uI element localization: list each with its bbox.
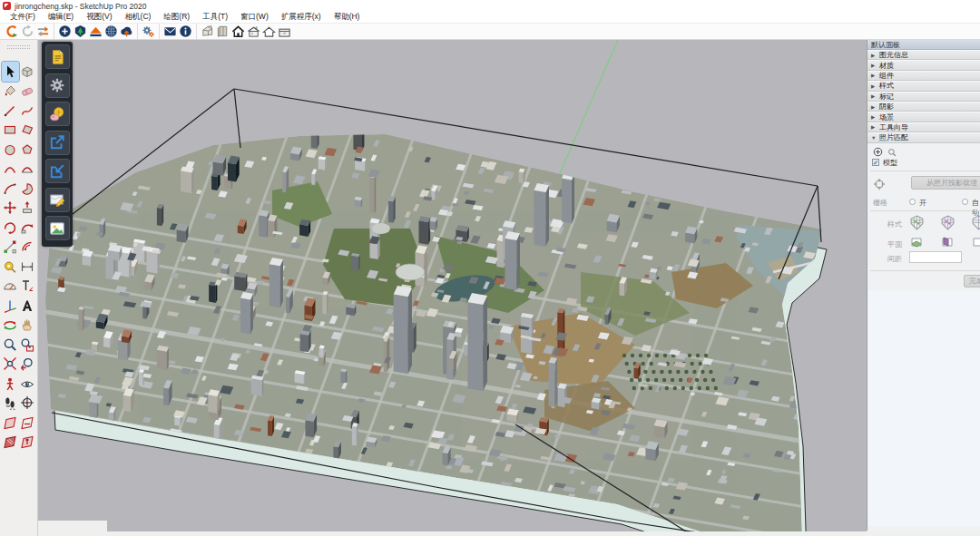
scale-tool[interactable] xyxy=(2,238,19,258)
rotated-rectangle-tool[interactable] xyxy=(19,121,36,141)
menu-item-5[interactable]: 绘图(R) xyxy=(157,12,196,23)
rectangle-tool[interactable] xyxy=(2,121,19,141)
coins-icon[interactable] xyxy=(45,102,70,126)
import-icon[interactable] xyxy=(45,159,70,183)
tray-header[interactable]: 默认面板 xyxy=(867,40,980,50)
spacing-input[interactable] xyxy=(909,251,962,263)
text-tool[interactable] xyxy=(19,277,36,297)
grid-auto-radio[interactable] xyxy=(962,199,968,205)
line-tool[interactable] xyxy=(2,101,19,121)
arc-tool[interactable] xyxy=(19,160,36,180)
wireframe-globe-icon[interactable] xyxy=(103,24,119,39)
model-viewport-scene[interactable] xyxy=(38,40,867,536)
section-fill-tool[interactable] xyxy=(2,433,19,453)
menu-item-1[interactable]: 文件(F) xyxy=(4,12,42,23)
tray-section-7[interactable]: ▶场景 xyxy=(867,112,980,122)
city-model[interactable] xyxy=(42,122,826,536)
tray-section-4[interactable]: ▶样式 xyxy=(867,81,980,91)
orbit-tool[interactable] xyxy=(2,316,19,336)
mail-icon[interactable] xyxy=(162,24,178,39)
menu-item-2[interactable]: 编辑(E) xyxy=(42,12,80,23)
make-component-tool[interactable] xyxy=(19,62,36,82)
tray-section-5[interactable]: ▶标记 xyxy=(867,92,980,102)
enscape-icon[interactable] xyxy=(5,24,20,39)
target-tool[interactable] xyxy=(19,394,36,414)
menu-item-6[interactable]: 工具(T) xyxy=(196,12,234,23)
refresh-icon[interactable] xyxy=(20,24,35,39)
zoom-previous-tool[interactable] xyxy=(19,355,36,375)
info-icon[interactable] xyxy=(178,24,193,39)
menu-item-3[interactable]: 视图(V) xyxy=(80,12,118,23)
select-tool[interactable] xyxy=(2,62,19,82)
look-around-tool[interactable] xyxy=(19,374,36,394)
tape-measure-tool[interactable] xyxy=(2,257,19,277)
export-icon[interactable] xyxy=(45,131,70,155)
house-chimney-icon[interactable] xyxy=(246,24,261,39)
menu-item-4[interactable]: 相机(C) xyxy=(119,12,158,23)
axes-tool[interactable] xyxy=(2,296,19,316)
model-checkbox[interactable]: ✓ xyxy=(872,159,879,166)
menu-item-7[interactable]: 窗口(W) xyxy=(234,12,275,23)
section-plane-tool[interactable] xyxy=(2,413,19,433)
match-crosshair-icon[interactable] xyxy=(873,178,886,190)
polygon-tool[interactable] xyxy=(19,140,36,160)
tray-section-3[interactable]: ▶组件 xyxy=(867,71,980,81)
cloud-upload-icon[interactable] xyxy=(119,24,134,39)
style-option-3-icon[interactable] xyxy=(971,215,980,230)
photo-image-icon[interactable] xyxy=(45,216,70,240)
tree-shield-icon[interactable] xyxy=(73,24,88,39)
arc-3pt-tool[interactable] xyxy=(2,179,19,199)
palette-drag-handle[interactable] xyxy=(7,45,30,49)
pie-tool[interactable] xyxy=(19,179,36,199)
menu-item-8[interactable]: 扩展程序(x) xyxy=(275,12,328,23)
zoom-tool[interactable] xyxy=(2,335,19,355)
circle-tool[interactable] xyxy=(2,140,19,160)
transfer-icon[interactable] xyxy=(35,24,51,39)
planes-option-1-icon[interactable] xyxy=(909,235,924,249)
viewport-canvas[interactable] xyxy=(38,40,867,536)
gear-icon[interactable] xyxy=(45,73,70,98)
section-display-tool[interactable] xyxy=(19,413,36,433)
follow-me-tool[interactable] xyxy=(19,218,36,238)
planes-option-2-icon[interactable] xyxy=(940,235,955,249)
done-button[interactable]: 完成 xyxy=(964,275,980,287)
zoom-extents-tool[interactable] xyxy=(2,355,19,375)
house-3d-icon[interactable] xyxy=(200,24,215,39)
sketch-annotate-icon[interactable] xyxy=(45,188,70,212)
paint-bucket-tool[interactable] xyxy=(2,82,19,102)
style-option-2-icon[interactable] xyxy=(940,215,956,230)
tray-section-1[interactable]: ▶图元信息 xyxy=(867,50,980,60)
storage-box-icon[interactable] xyxy=(277,24,292,39)
home-icon[interactable] xyxy=(230,24,246,39)
dimensions-tool[interactable] xyxy=(19,257,36,277)
pan-tool[interactable] xyxy=(19,316,36,336)
walk-tool[interactable] xyxy=(2,394,19,414)
position-camera-tool[interactable] xyxy=(2,374,19,394)
edit-photo-icon[interactable] xyxy=(887,148,897,157)
new-matched-photo-icon[interactable] xyxy=(873,147,883,157)
document-icon[interactable] xyxy=(45,44,70,69)
gears-icon[interactable] xyxy=(141,24,156,39)
cabinet-icon[interactable] xyxy=(215,24,230,39)
tray-section-6[interactable]: ▶阴影 xyxy=(867,102,980,112)
terrain-layers-icon[interactable] xyxy=(88,24,103,39)
add-circle-icon[interactable] xyxy=(57,24,73,39)
move-tool[interactable] xyxy=(2,199,19,219)
protractor-tool[interactable] xyxy=(2,277,19,297)
style-option-1-icon[interactable] xyxy=(909,215,925,230)
grid-on-radio[interactable] xyxy=(909,199,916,205)
3d-text-tool[interactable] xyxy=(19,296,36,316)
tray-section-2[interactable]: ▶材质 xyxy=(867,60,980,70)
tray-section-8[interactable]: ▶工具向导 xyxy=(867,122,980,132)
eraser-tool[interactable] xyxy=(19,82,36,102)
tray-section-9[interactable]: ▼照片匹配 xyxy=(867,132,980,142)
offset-tool[interactable] xyxy=(19,238,36,258)
push-pull-tool[interactable] xyxy=(19,199,36,219)
section-both-tool[interactable] xyxy=(19,433,36,453)
planes-option-3-icon[interactable] xyxy=(971,235,980,249)
house-outline-icon[interactable] xyxy=(261,24,277,39)
zoom-window-tool[interactable] xyxy=(19,335,36,355)
menu-item-9[interactable]: 帮助(H) xyxy=(328,12,367,23)
freehand-tool[interactable] xyxy=(19,101,36,121)
arc-2pt-tool[interactable] xyxy=(2,160,19,180)
